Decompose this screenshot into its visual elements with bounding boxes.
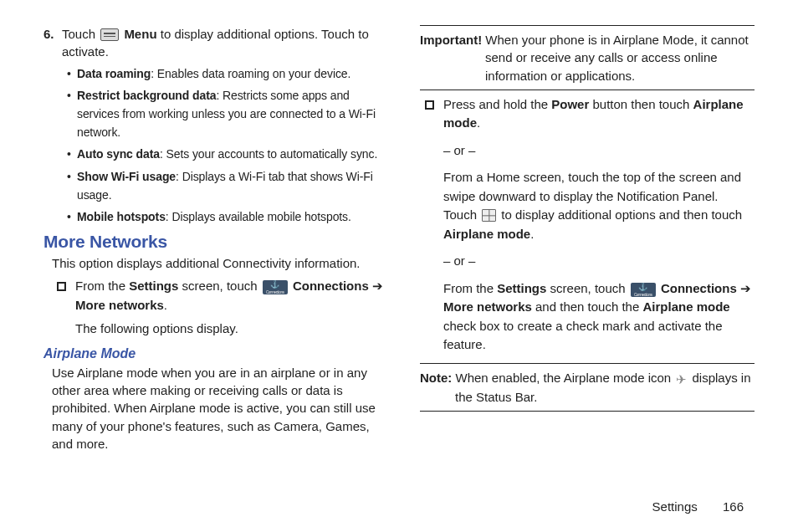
- heading-airplane-mode: Airplane Mode: [43, 346, 385, 361]
- step-number: 6.: [43, 25, 55, 61]
- footer-section: Settings: [652, 499, 698, 514]
- divider: [420, 25, 755, 26]
- bullet-item: Show Wi-Fi usage: Displays a Wi-Fi tab t…: [67, 168, 385, 204]
- divider: [420, 90, 755, 90]
- step-body: Touch Menu to display additional options…: [62, 25, 385, 61]
- bullet-item: Mobile hotspots: Displays available mobi…: [67, 208, 385, 227]
- note-block: Note: When enabled, the Airplane mode ic…: [420, 369, 755, 412]
- or-separator: – or –: [443, 141, 755, 161]
- airplane-mode-description: Use Airplane mode when you are in an air…: [52, 364, 385, 453]
- instruction-item: Press and hold the Power button then tou…: [420, 95, 755, 355]
- divider: [420, 411, 755, 412]
- bullet-list: Data roaming: Enables data roaming on yo…: [43, 65, 385, 228]
- instruction-item: From the Settings screen, touch Connecti…: [52, 277, 385, 339]
- notification-panel-icon: [482, 209, 496, 222]
- left-column: 6. Touch Menu to display additional opti…: [43, 25, 385, 459]
- menu-icon: [100, 28, 119, 41]
- page-content: 6. Touch Menu to display additional opti…: [0, 0, 798, 459]
- important-block: Important! When your phone is in Airplan…: [420, 31, 755, 90]
- bullet-item: Auto sync data: Sets your accounts to au…: [67, 146, 385, 164]
- page-footer: Settings 166: [652, 499, 744, 514]
- page-number: 166: [723, 499, 744, 514]
- connections-icon: [263, 280, 288, 294]
- right-column: Important! When your phone is in Airplan…: [420, 25, 755, 459]
- instruction-result: The following options display.: [75, 320, 385, 339]
- step-6: 6. Touch Menu to display additional opti…: [43, 25, 385, 61]
- or-separator: – or –: [443, 252, 755, 271]
- bullet-item: Data roaming: Enables data roaming on yo…: [67, 65, 385, 84]
- heading-more-networks: More Networks: [43, 232, 385, 252]
- connections-icon: [631, 283, 656, 297]
- divider: [420, 363, 755, 364]
- bullet-item: Restrict background data: Restricts some…: [67, 87, 385, 141]
- more-networks-lead: This option displays additional Connecti…: [52, 254, 385, 272]
- airplane-icon: ✈: [676, 371, 687, 388]
